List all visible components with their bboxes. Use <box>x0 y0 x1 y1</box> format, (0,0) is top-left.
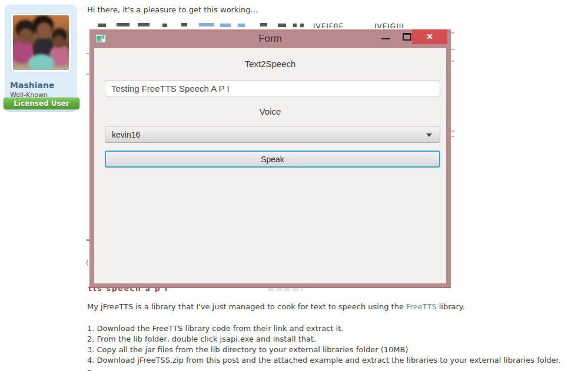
maximize-icon <box>403 33 411 41</box>
message-bubble-arrow <box>77 9 85 15</box>
ruler-tick <box>451 61 454 62</box>
username-link[interactable]: Mashiane <box>10 81 54 90</box>
minimize-icon <box>381 38 390 39</box>
steps-list: 1. Download the FreeTTS library code fro… <box>87 323 588 366</box>
avatar[interactable] <box>11 13 71 72</box>
post-paragraph: My jFreeTTS is a library that I've just … <box>87 302 588 311</box>
post-intro-text: Hi there, it's a pleasure to get this wo… <box>87 5 258 14</box>
chevron-down-icon <box>426 133 432 137</box>
speech-text-input[interactable] <box>105 81 440 96</box>
window-titlebar[interactable]: Form ✕ <box>89 29 451 48</box>
avatar-photo <box>13 15 69 70</box>
blurred-toolbar-text: IVEIF0E <box>313 22 344 28</box>
blurred-icon <box>260 23 267 26</box>
blurred-icon <box>199 23 214 26</box>
ruler-tick <box>451 131 454 132</box>
profile-card: Mashiane Well-Known Member Licensed User <box>5 5 77 112</box>
minimize-button[interactable] <box>376 29 397 45</box>
blurred-icon <box>293 24 297 27</box>
ruler-tick <box>451 49 454 50</box>
blurred-icon <box>181 23 187 26</box>
blurred-icon <box>238 24 245 27</box>
blurred-toolbar-text: IVEIGIII <box>374 22 404 28</box>
paragraph-text: library. <box>437 302 465 311</box>
blurred-icon <box>300 24 304 27</box>
ruler-tick <box>451 136 454 137</box>
avatar-detail <box>36 22 52 39</box>
blurred-icon <box>162 24 167 27</box>
page: Mashiane Well-Known Member Licensed User… <box>0 0 588 371</box>
blurred-icon <box>220 24 231 27</box>
step-item: 4. Download jFreeTSS.zip from this post … <box>87 355 588 366</box>
speak-button[interactable]: Speak <box>105 151 440 168</box>
step-item: 1. Download the FreeTTS library code fro… <box>87 323 588 334</box>
voice-combobox[interactable]: kevin16 <box>105 126 440 143</box>
close-button[interactable]: ✕ <box>412 29 447 44</box>
freetts-link[interactable]: FreeTTS <box>406 302 437 311</box>
ruler-tick <box>86 53 89 54</box>
blurred-icon <box>278 24 286 27</box>
paragraph-text: My jFreeTTS is a library that I've just … <box>87 302 406 311</box>
ruler-tick <box>86 73 89 75</box>
blurred-icon <box>98 24 106 27</box>
blurred-icon <box>117 23 129 26</box>
ruler-tick <box>451 32 454 34</box>
form-client-area: Text2Speech Voice kevin16 Speak <box>94 48 446 283</box>
blurred-icon <box>138 23 150 26</box>
avatar-detail <box>28 54 54 70</box>
voice-selected-value: kevin16 <box>112 130 140 139</box>
obscured-glyph: ( <box>86 259 88 266</box>
avatar-detail <box>19 28 33 44</box>
text2speech-label: Text2Speech <box>94 59 446 69</box>
form-window: Form ✕ Text2Speech Voice kevin16 Speak <box>89 29 451 288</box>
step-item: 2. From the lib folder, double click jsa… <box>87 334 588 345</box>
step-item: 3. Copy all the jar files from the lib d… <box>87 345 588 355</box>
licensed-user-badge: Licensed User <box>4 98 79 109</box>
step-item-clipped: 5. ... <box>87 369 370 371</box>
avatar-detail <box>53 35 65 48</box>
voice-label: Voice <box>94 106 446 116</box>
